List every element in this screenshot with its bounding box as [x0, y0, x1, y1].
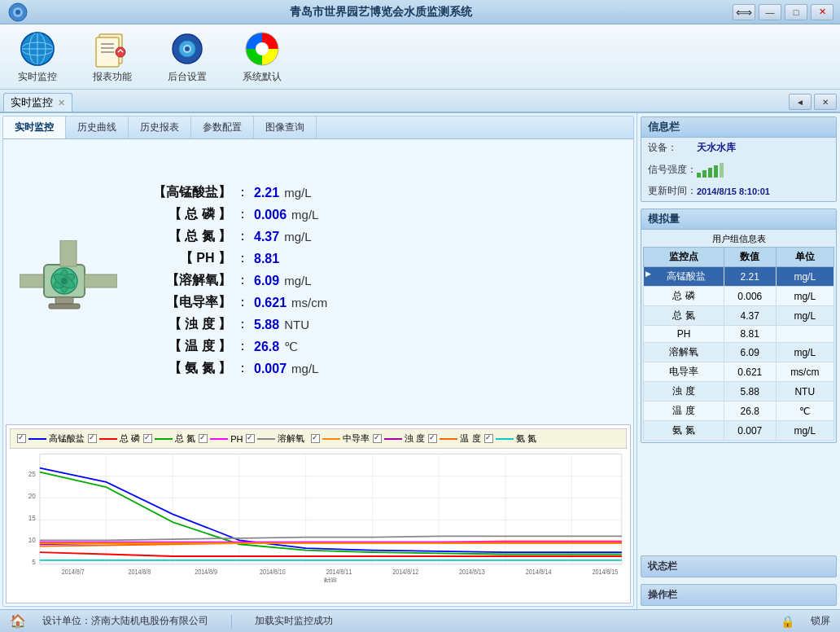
reading-colon-0: ：	[236, 184, 249, 201]
sub-tab-history-curve[interactable]: 历史曲线	[66, 116, 129, 138]
resize-btn[interactable]: ⟺	[733, 4, 755, 20]
reading-row-1: 【 总 磷 】 ： 0.006 mg/L	[133, 206, 633, 223]
svg-text:15: 15	[28, 513, 36, 522]
active-tab[interactable]: 实时监控 ✕	[3, 93, 72, 112]
update-label: 更新时间：	[648, 184, 697, 198]
reading-unit-1: mg/L	[291, 208, 318, 222]
toolbar: 实时监控 报表功能 后台设置	[0, 24, 840, 90]
signal-bars	[697, 161, 724, 178]
chart-svg: 5 10 15 20 25 2014/8/7 2014/8/8 2014/8/9…	[7, 452, 630, 582]
reading-label-2: 【 总 氮 】	[133, 228, 231, 245]
reading-value-8: 0.007	[254, 362, 287, 376]
legend-check-0[interactable]	[17, 434, 26, 443]
col-header-value: 数值	[724, 248, 777, 267]
legend-check-3[interactable]	[199, 434, 208, 443]
data-table: 监控点 数值 单位 ▶高锰酸盐2.21mg/L总 磷0.006mg/L总 氮4.…	[643, 247, 834, 441]
reading-label-6: 【 浊 度 】	[133, 316, 231, 333]
legend-item-1: 总 磷	[88, 432, 140, 445]
legend-label-1: 总 磷	[120, 432, 140, 445]
table-row[interactable]: 总 磷0.006mg/L	[644, 287, 834, 306]
legend-item-5: 中导率	[311, 432, 370, 445]
svg-point-32	[61, 278, 68, 284]
table-cell-value: 8.81	[724, 326, 777, 343]
svg-text:5: 5	[32, 557, 36, 566]
footer-lock: 锁屏	[811, 614, 830, 628]
table-row[interactable]: 温 度26.8℃	[644, 402, 834, 421]
legend-line-0	[28, 438, 46, 440]
minimize-btn[interactable]: —	[759, 4, 781, 20]
legend-check-1[interactable]	[88, 434, 97, 443]
legend-label-0: 高锰酸盐	[49, 432, 85, 445]
sub-tab-params[interactable]: 参数配置	[191, 116, 254, 138]
toolbar-backend[interactable]: 后台设置	[158, 26, 217, 87]
reading-value-1: 0.006	[254, 208, 287, 222]
table-row[interactable]: PH8.81	[644, 326, 834, 343]
svg-point-2	[15, 10, 20, 15]
toolbar-report[interactable]: 报表功能	[83, 26, 142, 87]
table-cell-unit	[776, 326, 833, 343]
reading-unit-0: mg/L	[284, 186, 311, 200]
toolbar-realtime[interactable]: 实时监控	[8, 26, 67, 87]
legend-check-6[interactable]	[373, 434, 382, 443]
table-row[interactable]: 电导率0.621ms/cm	[644, 362, 834, 382]
table-row[interactable]: 溶解氧6.09mg/L	[644, 343, 834, 362]
reading-value-6: 5.88	[254, 318, 279, 332]
simulated-table-container: 用户组信息表 监控点 数值 单位 ▶高锰酸盐2.21mg/L总 磷0.006mg…	[641, 230, 836, 442]
legend-check-4[interactable]	[246, 434, 255, 443]
pump-area	[3, 139, 133, 422]
legend-label-3: PH	[230, 434, 243, 444]
legend-item-0: 高锰酸盐	[17, 432, 85, 445]
svg-point-19	[185, 46, 190, 51]
footer-icon: 🏠	[10, 613, 26, 629]
reading-row-4: 【溶解氧】 ： 6.09 mg/L	[133, 272, 633, 289]
table-cell-name: 浊 度	[644, 382, 724, 402]
table-cell-name: 总 磷	[644, 287, 724, 306]
table-row[interactable]: 浊 度5.88NTU	[644, 382, 834, 402]
reading-value-7: 26.8	[254, 340, 279, 354]
table-cell-name: ▶高锰酸盐	[644, 267, 724, 287]
legend-line-2	[155, 438, 173, 440]
table-row[interactable]: ▶高锰酸盐2.21mg/L	[644, 267, 834, 287]
tab-float-btn1[interactable]: ◄	[789, 94, 812, 110]
toolbar-sysdefault[interactable]: 系统默认	[233, 26, 291, 87]
reading-colon-5: ：	[236, 294, 249, 311]
sub-tab-history-report[interactable]: 历史报表	[129, 116, 191, 138]
sub-tab-realtime[interactable]: 实时监控	[3, 116, 66, 138]
svg-text:时间: 时间	[324, 577, 337, 582]
legend-check-8[interactable]	[484, 434, 493, 443]
legend-line-1	[99, 438, 117, 440]
reading-colon-3: ：	[236, 250, 249, 267]
title-bar: 青岛市世界园艺博览会水质监测系统 ⟺ — □ ✕	[0, 0, 840, 24]
globe-icon	[18, 29, 57, 68]
legend-check-7[interactable]	[428, 434, 437, 443]
update-value: 2014/8/15 8:10:01	[697, 187, 770, 196]
reading-value-5: 0.621	[254, 296, 287, 310]
legend-label-8: 氨 氮	[516, 432, 536, 445]
svg-text:2014/8/9: 2014/8/9	[195, 568, 217, 577]
legend-line-7	[440, 438, 457, 440]
close-btn[interactable]: ✕	[811, 4, 833, 20]
reading-colon-8: ：	[236, 360, 249, 377]
legend-line-8	[496, 438, 514, 440]
svg-rect-33	[55, 297, 73, 304]
tab-float-btn2[interactable]: ✕	[814, 94, 837, 110]
table-row[interactable]: 氨 氮0.007mg/L	[644, 421, 834, 441]
legend-check-5[interactable]	[311, 434, 320, 443]
table-row[interactable]: 总 氮4.37mg/L	[644, 306, 834, 326]
legend-line-6	[384, 438, 402, 440]
tab-close-btn[interactable]: ✕	[58, 98, 65, 108]
legend-line-3	[210, 438, 228, 440]
chart-area: 高锰酸盐 总 磷 总 氮	[6, 424, 631, 603]
signal-bar-5	[720, 163, 724, 178]
restore-btn[interactable]: □	[785, 4, 807, 20]
reading-value-3: 8.81	[254, 252, 279, 266]
status-bar-label: 状态栏	[648, 560, 677, 572]
monitor-upper: 【高锰酸盐】 ： 2.21 mg/L 【 总 磷 】 ： 0.006 mg/L	[3, 139, 633, 422]
legend-check-2[interactable]	[143, 434, 152, 443]
signal-bar-2	[702, 170, 707, 178]
reading-colon-7: ：	[236, 338, 249, 355]
sub-tab-images[interactable]: 图像查询	[254, 116, 317, 138]
table-cell-unit: NTU	[776, 382, 833, 402]
svg-rect-27	[60, 240, 77, 266]
table-cell-value: 2.21	[724, 267, 777, 287]
